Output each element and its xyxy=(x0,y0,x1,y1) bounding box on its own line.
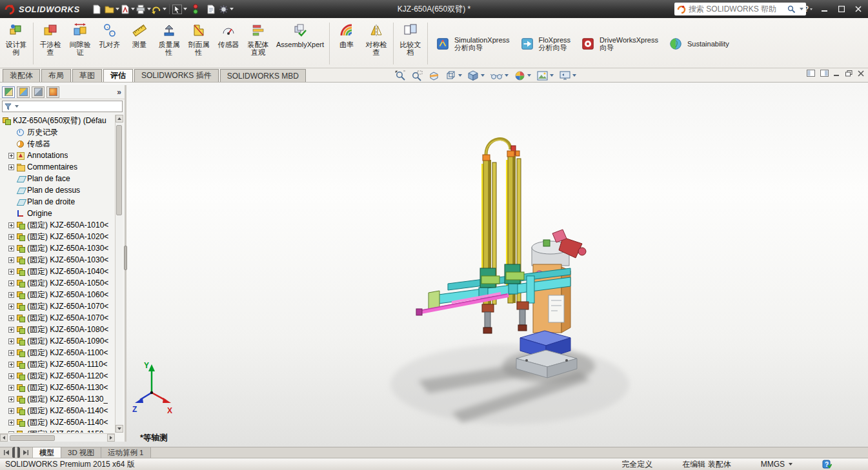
edit-appearance-button[interactable] xyxy=(514,70,531,81)
tree-item-component[interactable]: (固定) KJZ-650A-1100< xyxy=(0,347,116,358)
ribbon-button-mass-properties[interactable]: 质量属 性 xyxy=(154,19,184,68)
open-document-button[interactable] xyxy=(105,2,120,16)
undo-button[interactable] xyxy=(151,2,167,16)
zoom-fit-button[interactable] xyxy=(395,70,406,81)
expander-icon[interactable] xyxy=(8,280,14,286)
expander-icon[interactable] xyxy=(8,269,14,275)
options-button[interactable] xyxy=(219,2,234,16)
ribbon-button-simulationxpress[interactable]: SimulationXpress 分析向导 xyxy=(430,19,514,68)
pane-right-button[interactable] xyxy=(820,70,829,77)
tree-item-component[interactable]: (固定) KJZ-650A-1070< xyxy=(0,312,116,324)
zoom-to-area-button[interactable] xyxy=(412,70,423,81)
expander-icon[interactable] xyxy=(8,153,14,159)
tree-item-component[interactable]: (固定) KJZ-650A-1030< xyxy=(0,242,116,254)
view-settings-button[interactable] xyxy=(560,71,576,81)
scroll-thumb[interactable] xyxy=(10,435,55,441)
expander-icon[interactable] xyxy=(8,431,14,433)
filter-dropdown[interactable] xyxy=(15,105,19,108)
ribbon-button-symmetry-check[interactable]: 对称检 查 xyxy=(361,19,391,68)
expander-icon[interactable] xyxy=(8,257,14,263)
first-tab-button[interactable] xyxy=(4,450,10,455)
tree-item-component[interactable]: (固定) KJZ-650A-1110< xyxy=(0,358,116,370)
tree-item-component[interactable]: (固定) KJZ-650A-1070< xyxy=(0,300,116,312)
expander-icon[interactable] xyxy=(8,304,14,309)
expander-icon[interactable] xyxy=(8,362,14,367)
scroll-left-button[interactable] xyxy=(0,434,8,442)
pane-left-button[interactable] xyxy=(807,70,815,77)
tree-item-component[interactable]: (固定) KJZ-650A-1090< xyxy=(0,335,116,347)
file-properties-button[interactable] xyxy=(203,2,219,16)
ribbon-button-section-properties[interactable]: 剖面属 性 xyxy=(184,19,214,68)
tab-3d-views[interactable]: 3D 视图 xyxy=(61,447,101,458)
scroll-up-button[interactable] xyxy=(116,115,123,122)
tree-item-component[interactable]: (固定) KJZ-650A-1080< xyxy=(0,324,116,335)
last-tab-button[interactable] xyxy=(23,450,28,455)
ribbon-button-measure[interactable]: 测量 xyxy=(125,19,154,68)
tree-item-plane-front[interactable]: Plan de face xyxy=(0,173,116,184)
minimize-button[interactable] xyxy=(816,2,833,16)
scroll-right-button[interactable] xyxy=(107,434,115,442)
graphics-viewport[interactable] xyxy=(0,83,868,447)
expander-icon[interactable] xyxy=(8,164,14,170)
tree-vertical-scrollbar[interactable] xyxy=(115,115,123,433)
rebuild-button[interactable] xyxy=(188,2,203,16)
featuremanager-tree-tab[interactable] xyxy=(2,86,15,98)
expander-icon[interactable] xyxy=(8,315,14,321)
tree-item-component[interactable]: (固定) KJZ-650A-1050< xyxy=(0,277,116,289)
configurationmanager-tab[interactable] xyxy=(32,86,45,98)
tree-item-plane-top[interactable]: Plan de dessus xyxy=(0,184,116,196)
tree-item-component[interactable]: (固定) KJZ-650A-1060< xyxy=(0,289,116,300)
ribbon-button-interference-detection[interactable]: 干涉检 查 xyxy=(35,19,65,68)
tree-item-component[interactable]: (固定) KJZ-650A-1020< xyxy=(0,231,116,242)
expander-icon[interactable] xyxy=(8,385,14,391)
previous-tab-button[interactable] xyxy=(12,448,15,457)
tree-item-component[interactable]: (固定) KJZ-650A-1140< xyxy=(0,405,116,416)
new-document-button[interactable] xyxy=(89,2,105,16)
doc-minimize-button[interactable] xyxy=(834,70,840,77)
hide-show-items-button[interactable] xyxy=(490,71,509,81)
ribbon-button-design-study[interactable]: 设计算 例 xyxy=(1,19,31,68)
tree-item-plane-right[interactable]: Plan de droite xyxy=(0,196,116,208)
tree-item-component[interactable]: (固定) KJZ-650A-1130< xyxy=(0,382,116,393)
ribbon-button-assembly-visualization[interactable]: 装配体 直观 xyxy=(243,19,273,68)
quick-tips-help-button[interactable]: ? xyxy=(822,460,832,469)
propertymanager-tab[interactable] xyxy=(17,86,30,98)
tree-item-component[interactable]: (固定) KJZ-650A-1150 xyxy=(0,428,116,433)
search-input[interactable] xyxy=(689,5,785,14)
expander-icon[interactable] xyxy=(8,246,14,251)
print-button[interactable] xyxy=(136,2,151,16)
expander-icon[interactable] xyxy=(8,373,14,379)
tab-solidworks-addins[interactable]: SOLIDWORKS 插件 xyxy=(134,69,219,82)
ribbon-button-hole-alignment[interactable]: 孔对齐 xyxy=(95,19,125,68)
expander-icon[interactable] xyxy=(8,234,14,240)
displaymanager-tab[interactable] xyxy=(46,86,59,98)
tab-layout[interactable]: 布局 xyxy=(41,69,71,82)
ribbon-button-sensor[interactable]: 传感器 xyxy=(214,19,243,68)
panel-expand-chevron[interactable]: » xyxy=(117,88,123,97)
next-tab-button[interactable] xyxy=(17,448,20,457)
search-icon[interactable] xyxy=(787,5,796,14)
tree-item-component[interactable]: (固定) KJZ-650A-1140< xyxy=(0,416,116,428)
ribbon-button-clearance-verification[interactable]: 间隙验 证 xyxy=(65,19,95,68)
close-button[interactable] xyxy=(850,2,867,16)
tree-root-assembly[interactable]: KJZ-650A(650双臂) (Défau xyxy=(0,115,116,126)
panel-splitter-handle[interactable] xyxy=(124,246,127,270)
doc-restore-button[interactable] xyxy=(845,70,853,77)
tree-item-component[interactable]: (固定) KJZ-650A-1130_ xyxy=(0,393,116,405)
tab-model[interactable]: 模型 xyxy=(33,447,61,458)
apply-scene-button[interactable] xyxy=(537,71,554,81)
help-search-box[interactable] xyxy=(674,3,806,15)
doc-close-button[interactable] xyxy=(858,70,864,77)
tree-item-component[interactable]: (固定) KJZ-650A-1040< xyxy=(0,266,116,277)
tab-sketch[interactable]: 草图 xyxy=(72,69,102,82)
ribbon-button-curvature[interactable]: 曲率 xyxy=(332,19,361,68)
view-orientation-button[interactable] xyxy=(445,70,462,81)
tab-assembly[interactable]: 装配体 xyxy=(3,69,40,82)
expander-icon[interactable] xyxy=(8,292,14,298)
expander-icon[interactable] xyxy=(8,408,14,414)
ribbon-button-compare-documents[interactable]: 比较文 档 xyxy=(396,19,425,68)
ribbon-button-floxpress[interactable]: FloXpress 分析向导 xyxy=(514,19,576,68)
expander-icon[interactable] xyxy=(8,222,14,228)
tree-item-component[interactable]: (固定) KJZ-650A-1030< xyxy=(0,254,116,266)
maximize-button[interactable] xyxy=(833,2,850,16)
